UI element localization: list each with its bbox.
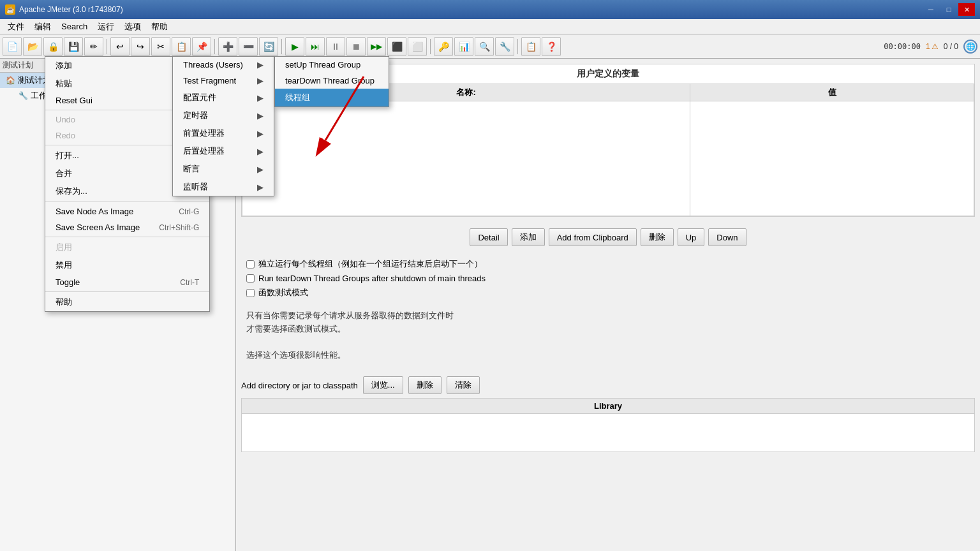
detail-button[interactable]: Detail [470, 228, 507, 246]
tb-clear-button[interactable]: 🔄 [259, 37, 278, 56]
ctx-save-screen-image-label: Save Screen As Image [56, 223, 140, 232]
delete-var-button[interactable]: 删除 [641, 228, 674, 246]
tb-cut-button[interactable]: ✂ [151, 37, 170, 56]
ctx-toggle-shortcut: Ctrl-T [180, 278, 199, 287]
submenu-threads-label: Threads (Users) [183, 60, 243, 70]
ctx-disable[interactable]: 禁用 [45, 256, 209, 274]
independent-checkbox[interactable] [246, 260, 255, 268]
down-button[interactable]: Down [708, 228, 746, 246]
tb-launch-button[interactable]: ▶▶ [367, 37, 386, 56]
tb-chart-button[interactable]: 📊 [454, 37, 473, 56]
tb-run-nopause-button[interactable]: ⏭ [306, 37, 325, 56]
submenu-teardown-thread-label: tearDown Thread Group [285, 76, 375, 85]
functest-checkbox[interactable] [246, 289, 255, 297]
tb-stop2-button[interactable]: ⬛ [387, 37, 406, 56]
submenu-add: Threads (Users) ▶ Test Fragment ▶ 配置元件 ▶… [172, 56, 274, 196]
checkbox-area: 独立运行每个线程组（例如在一个组运行结束后启动下一个） Run tearDown… [236, 253, 980, 304]
menu-edit[interactable]: 编辑 [29, 19, 56, 34]
submenu-test-fragment[interactable]: Test Fragment ▶ [173, 73, 274, 89]
ctx-help-label: 帮助 [56, 297, 72, 308]
submenu-assertion-arrow: ▶ [257, 165, 264, 174]
menu-bar: 文件 编辑 Search 运行 选项 帮助 [0, 19, 980, 34]
submenu-teardown-thread[interactable]: tearDown Thread Group [275, 73, 389, 89]
submenu-listener-label: 监听器 [183, 181, 208, 193]
submenu-listener[interactable]: 监听器 ▶ [173, 178, 274, 196]
ctx-save-node-image-label: Save Node As Image [56, 207, 133, 216]
toolbar: 📄 📂 🔒 💾 ✏ ↩ ↪ ✂ 📋 📌 ➕ ➖ 🔄 ▶ ⏭ ⏸ ⏹ ▶▶ ⬛ ⬜… [0, 34, 980, 59]
menu-options[interactable]: 选项 [119, 19, 146, 34]
tb-search-button[interactable]: 🔍 [475, 37, 494, 56]
minimize-button[interactable]: ─ [923, 3, 939, 16]
submenu-test-fragment-label: Test Fragment [183, 76, 236, 85]
browse-button[interactable]: 浏览... [363, 376, 403, 394]
submenu-assertion[interactable]: 断言 ▶ [173, 160, 274, 178]
close-button[interactable]: ✕ [958, 3, 975, 16]
tb-new-button[interactable]: 📄 [3, 37, 22, 56]
menu-help[interactable]: 帮助 [146, 19, 173, 34]
tb-remove-button[interactable]: ➖ [239, 37, 258, 56]
add-var-button[interactable]: 添加 [512, 228, 545, 246]
maximize-button[interactable]: □ [940, 3, 957, 16]
add-clipboard-button[interactable]: Add from Clipboard [549, 228, 637, 246]
submenu-setup-thread[interactable]: setUp Thread Group [275, 57, 389, 73]
teardown-checkbox[interactable] [246, 274, 255, 283]
tb-settings-button[interactable]: 🔧 [495, 37, 514, 56]
submenu-thread-group[interactable]: 线程组 [275, 89, 389, 107]
tb-paste-button[interactable]: 📌 [192, 37, 211, 56]
toolbar-separator-1 [107, 39, 107, 54]
ctx-help[interactable]: 帮助 [45, 293, 209, 311]
ctx-open-label: 打开... [56, 150, 79, 161]
col-value-cell [690, 101, 974, 216]
tb-pause-button[interactable]: ⏸ [326, 37, 345, 56]
toolbar-separator-3 [281, 39, 282, 54]
ctx-save-as-label: 保存为... [56, 186, 87, 197]
independent-label: 独立运行每个线程组（例如在一个组运行结束后启动下一个） [258, 258, 482, 270]
globe-icon: 🌐 [963, 40, 977, 54]
toolbar-separator-4 [430, 39, 431, 54]
ctx-save-node-image[interactable]: Save Node As Image Ctrl-G [45, 203, 209, 219]
submenu-config[interactable]: 配置元件 ▶ [173, 89, 274, 107]
submenu-timer[interactable]: 定时器 ▶ [173, 107, 274, 124]
functest-label: 函数测试模式 [258, 287, 308, 298]
ctx-paste-label: 粘贴 [56, 78, 72, 89]
tb-run-button[interactable]: ▶ [285, 37, 304, 56]
ctx-save-screen-image[interactable]: Save Screen As Image Ctrl+Shift-G [45, 219, 209, 235]
warning-number: 1 [926, 42, 930, 51]
tb-open-button[interactable]: 📂 [23, 37, 42, 56]
app-icon: ☕ [5, 4, 15, 15]
submenu-threads-users[interactable]: Threads (Users) ▶ [173, 57, 274, 73]
menu-search[interactable]: Search [56, 19, 93, 34]
submenu-pre-proc-label: 前置处理器 [183, 128, 225, 139]
tb-undo-button[interactable]: ↩ [110, 37, 130, 56]
tb-redo-button[interactable]: ↪ [131, 37, 150, 56]
clear-button[interactable]: 清除 [447, 376, 480, 394]
tb-stop3-button[interactable]: ⬜ [408, 37, 427, 56]
tb-key-button[interactable]: 🔑 [434, 37, 453, 56]
tb-help-button[interactable]: ❓ [542, 37, 561, 56]
checkbox-row-3: 函数测试模式 [246, 285, 970, 300]
ctx-save-node-shortcut: Ctrl-G [179, 207, 199, 216]
right-panel: 用户定义的变量 名称: 值 Detail 添加 [236, 59, 980, 551]
submenu-config-label: 配置元件 [183, 92, 216, 103]
tb-stop-button[interactable]: ⏹ [346, 37, 366, 56]
submenu-pre-proc[interactable]: 前置处理器 ▶ [173, 124, 274, 142]
up-button[interactable]: Up [678, 228, 705, 246]
col-value-header: 值 [690, 84, 974, 101]
tb-add-button[interactable]: ➕ [218, 37, 237, 56]
info-text: 只有当你需要记录每个请求从服务器取得的数据到文件时 才需要选择函数测试模式。 选… [236, 304, 980, 367]
toolbar-separator-2 [214, 39, 215, 54]
classpath-delete-button[interactable]: 删除 [408, 376, 442, 394]
menu-run[interactable]: 运行 [93, 19, 119, 34]
tb-edit-button[interactable]: ✏ [84, 37, 103, 56]
submenu-post-proc[interactable]: 后置处理器 ▶ [173, 142, 274, 160]
tb-list-button[interactable]: 📋 [521, 37, 540, 56]
submenu-timer-label: 定时器 [183, 110, 208, 121]
menu-file[interactable]: 文件 [3, 19, 29, 34]
tb-save-button[interactable]: 💾 [64, 37, 83, 56]
ctx-merge-label: 合并 [56, 168, 72, 179]
submenu-pre-proc-arrow: ▶ [257, 129, 264, 138]
tb-copy-button[interactable]: 📋 [172, 37, 191, 56]
ctx-toggle[interactable]: Toggle Ctrl-T [45, 274, 209, 290]
tb-lock-button[interactable]: 🔒 [43, 37, 63, 56]
ctx-save-screen-shortcut: Ctrl+Shift-G [159, 223, 199, 232]
